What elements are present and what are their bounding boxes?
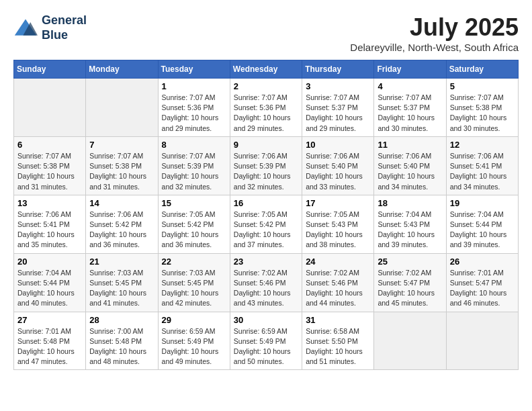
calendar-cell: 29Sunrise: 6:59 AM Sunset: 5:49 PM Dayli… bbox=[158, 312, 230, 370]
calendar-cell: 17Sunrise: 7:05 AM Sunset: 5:43 PM Dayli… bbox=[302, 195, 374, 253]
day-number: 14 bbox=[89, 198, 154, 208]
day-info: Sunrise: 7:07 AM Sunset: 5:36 PM Dayligh… bbox=[162, 93, 226, 134]
calendar-cell: 30Sunrise: 6:59 AM Sunset: 5:49 PM Dayli… bbox=[230, 312, 302, 370]
day-info: Sunrise: 7:04 AM Sunset: 5:44 PM Dayligh… bbox=[450, 210, 515, 250]
calendar-cell: 7Sunrise: 7:07 AM Sunset: 5:38 PM Daylig… bbox=[86, 136, 158, 195]
title-area: July 2025 Delareyville, North-West, Sout… bbox=[350, 13, 519, 53]
day-number: 11 bbox=[378, 140, 442, 150]
week-row-1: 1Sunrise: 7:07 AM Sunset: 5:36 PM Daylig… bbox=[14, 79, 519, 137]
day-info: Sunrise: 7:06 AM Sunset: 5:42 PM Dayligh… bbox=[89, 210, 154, 250]
day-number: 10 bbox=[306, 140, 370, 150]
logo-icon bbox=[13, 16, 38, 40]
logo-line1: General bbox=[42, 13, 87, 28]
day-header-wednesday: Wednesday bbox=[230, 60, 302, 79]
calendar-table: SundayMondayTuesdayWednesdayThursdayFrid… bbox=[13, 60, 519, 370]
calendar-cell bbox=[14, 79, 86, 137]
day-number: 9 bbox=[234, 140, 298, 150]
calendar-cell: 14Sunrise: 7:06 AM Sunset: 5:42 PM Dayli… bbox=[86, 195, 158, 253]
week-row-3: 13Sunrise: 7:06 AM Sunset: 5:41 PM Dayli… bbox=[14, 195, 519, 253]
day-number: 13 bbox=[17, 198, 82, 208]
day-header-monday: Monday bbox=[86, 60, 158, 79]
day-info: Sunrise: 7:07 AM Sunset: 5:39 PM Dayligh… bbox=[162, 151, 226, 192]
calendar-cell: 26Sunrise: 7:01 AM Sunset: 5:47 PM Dayli… bbox=[446, 253, 518, 312]
calendar-cell: 31Sunrise: 6:58 AM Sunset: 5:50 PM Dayli… bbox=[302, 312, 374, 370]
day-number: 16 bbox=[234, 198, 298, 208]
day-info: Sunrise: 7:06 AM Sunset: 5:39 PM Dayligh… bbox=[234, 151, 298, 192]
day-info: Sunrise: 7:01 AM Sunset: 5:48 PM Dayligh… bbox=[17, 326, 82, 367]
day-number: 24 bbox=[306, 257, 370, 267]
day-info: Sunrise: 7:07 AM Sunset: 5:37 PM Dayligh… bbox=[306, 93, 370, 134]
page-header: General Blue July 2025 Delareyville, Nor… bbox=[13, 13, 519, 53]
calendar-cell: 21Sunrise: 7:03 AM Sunset: 5:45 PM Dayli… bbox=[86, 253, 158, 312]
day-info: Sunrise: 7:02 AM Sunset: 5:46 PM Dayligh… bbox=[306, 268, 370, 309]
calendar-cell: 18Sunrise: 7:04 AM Sunset: 5:43 PM Dayli… bbox=[374, 195, 446, 253]
calendar-cell: 10Sunrise: 7:06 AM Sunset: 5:40 PM Dayli… bbox=[302, 136, 374, 195]
day-info: Sunrise: 7:07 AM Sunset: 5:38 PM Dayligh… bbox=[450, 93, 515, 134]
calendar-header: SundayMondayTuesdayWednesdayThursdayFrid… bbox=[14, 60, 519, 79]
calendar-cell: 23Sunrise: 7:02 AM Sunset: 5:46 PM Dayli… bbox=[230, 253, 302, 312]
logo-line2: Blue bbox=[42, 28, 87, 43]
calendar-cell: 5Sunrise: 7:07 AM Sunset: 5:38 PM Daylig… bbox=[446, 79, 518, 137]
location: Delareyville, North-West, South Africa bbox=[350, 42, 519, 53]
day-number: 27 bbox=[17, 315, 82, 325]
logo: General Blue bbox=[13, 13, 87, 42]
day-info: Sunrise: 7:05 AM Sunset: 5:43 PM Dayligh… bbox=[306, 210, 370, 250]
calendar-cell: 6Sunrise: 7:07 AM Sunset: 5:38 PM Daylig… bbox=[14, 136, 86, 195]
day-number: 3 bbox=[306, 81, 370, 91]
day-header-sunday: Sunday bbox=[14, 60, 86, 79]
calendar-cell bbox=[446, 312, 518, 370]
calendar-cell: 2Sunrise: 7:07 AM Sunset: 5:36 PM Daylig… bbox=[230, 79, 302, 137]
day-header-thursday: Thursday bbox=[302, 60, 374, 79]
day-info: Sunrise: 7:02 AM Sunset: 5:47 PM Dayligh… bbox=[378, 268, 442, 309]
calendar-cell: 15Sunrise: 7:05 AM Sunset: 5:42 PM Dayli… bbox=[158, 195, 230, 253]
day-info: Sunrise: 7:02 AM Sunset: 5:46 PM Dayligh… bbox=[234, 268, 298, 309]
day-number: 22 bbox=[162, 257, 226, 267]
calendar-cell: 19Sunrise: 7:04 AM Sunset: 5:44 PM Dayli… bbox=[446, 195, 518, 253]
header-row: SundayMondayTuesdayWednesdayThursdayFrid… bbox=[14, 60, 519, 79]
calendar-cell bbox=[374, 312, 446, 370]
month-title: July 2025 bbox=[350, 13, 519, 42]
day-header-saturday: Saturday bbox=[446, 60, 518, 79]
day-info: Sunrise: 7:07 AM Sunset: 5:37 PM Dayligh… bbox=[378, 93, 442, 134]
day-info: Sunrise: 6:59 AM Sunset: 5:49 PM Dayligh… bbox=[234, 326, 298, 367]
day-number: 25 bbox=[378, 257, 442, 267]
day-info: Sunrise: 7:07 AM Sunset: 5:38 PM Dayligh… bbox=[17, 151, 82, 192]
day-number: 31 bbox=[306, 315, 370, 325]
calendar-cell: 3Sunrise: 7:07 AM Sunset: 5:37 PM Daylig… bbox=[302, 79, 374, 137]
day-header-tuesday: Tuesday bbox=[158, 60, 230, 79]
day-info: Sunrise: 6:59 AM Sunset: 5:49 PM Dayligh… bbox=[162, 326, 226, 367]
day-number: 4 bbox=[378, 81, 442, 91]
day-info: Sunrise: 7:01 AM Sunset: 5:47 PM Dayligh… bbox=[450, 268, 515, 309]
calendar-cell: 9Sunrise: 7:06 AM Sunset: 5:39 PM Daylig… bbox=[230, 136, 302, 195]
day-number: 18 bbox=[378, 198, 442, 208]
day-info: Sunrise: 7:07 AM Sunset: 5:38 PM Dayligh… bbox=[89, 151, 154, 192]
day-number: 28 bbox=[89, 315, 154, 325]
calendar-cell: 4Sunrise: 7:07 AM Sunset: 5:37 PM Daylig… bbox=[374, 79, 446, 137]
calendar-cell: 11Sunrise: 7:06 AM Sunset: 5:40 PM Dayli… bbox=[374, 136, 446, 195]
day-number: 15 bbox=[162, 198, 226, 208]
day-number: 20 bbox=[17, 257, 82, 267]
week-row-4: 20Sunrise: 7:04 AM Sunset: 5:44 PM Dayli… bbox=[14, 253, 519, 312]
day-info: Sunrise: 7:03 AM Sunset: 5:45 PM Dayligh… bbox=[162, 268, 226, 309]
day-info: Sunrise: 7:06 AM Sunset: 5:41 PM Dayligh… bbox=[450, 151, 515, 192]
day-number: 29 bbox=[162, 315, 226, 325]
day-info: Sunrise: 7:00 AM Sunset: 5:48 PM Dayligh… bbox=[89, 326, 154, 367]
day-info: Sunrise: 7:05 AM Sunset: 5:42 PM Dayligh… bbox=[234, 210, 298, 250]
day-number: 6 bbox=[17, 140, 82, 150]
week-row-5: 27Sunrise: 7:01 AM Sunset: 5:48 PM Dayli… bbox=[14, 312, 519, 370]
calendar-cell: 13Sunrise: 7:06 AM Sunset: 5:41 PM Dayli… bbox=[14, 195, 86, 253]
calendar-cell: 12Sunrise: 7:06 AM Sunset: 5:41 PM Dayli… bbox=[446, 136, 518, 195]
day-info: Sunrise: 6:58 AM Sunset: 5:50 PM Dayligh… bbox=[306, 326, 370, 367]
day-info: Sunrise: 7:06 AM Sunset: 5:41 PM Dayligh… bbox=[17, 210, 82, 250]
calendar-cell: 8Sunrise: 7:07 AM Sunset: 5:39 PM Daylig… bbox=[158, 136, 230, 195]
day-number: 17 bbox=[306, 198, 370, 208]
day-number: 19 bbox=[450, 198, 515, 208]
day-info: Sunrise: 7:06 AM Sunset: 5:40 PM Dayligh… bbox=[378, 151, 442, 192]
day-number: 23 bbox=[234, 257, 298, 267]
day-number: 30 bbox=[234, 315, 298, 325]
calendar-cell: 24Sunrise: 7:02 AM Sunset: 5:46 PM Dayli… bbox=[302, 253, 374, 312]
calendar-cell: 28Sunrise: 7:00 AM Sunset: 5:48 PM Dayli… bbox=[86, 312, 158, 370]
logo-text: General Blue bbox=[42, 13, 87, 42]
day-number: 8 bbox=[162, 140, 226, 150]
day-number: 2 bbox=[234, 81, 298, 91]
